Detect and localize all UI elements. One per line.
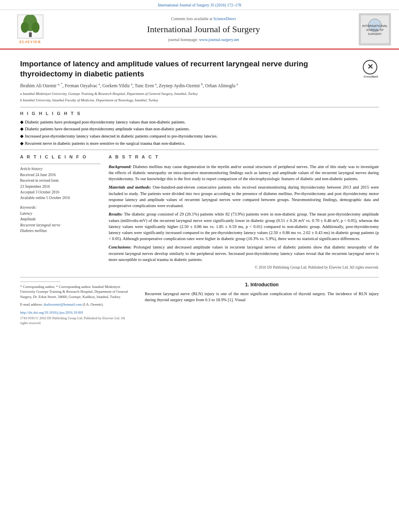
article-info-title: A R T I C L E I N F O (20, 154, 101, 160)
history-label: Article history: (20, 166, 101, 172)
copyright-line: © 2016 IJS Publishing Group Ltd. Publish… (109, 265, 379, 271)
keywords-label: Keywords: (20, 205, 101, 210)
author-sup-a: a, * (58, 82, 63, 86)
homepage-line: journal homepage: www.journal-surgery.ne… (52, 37, 355, 43)
abstract-title: A B S T R A C T (109, 154, 379, 160)
svg-text:INTERNATIONAL: INTERNATIONAL (362, 24, 388, 28)
article-title-block: Importance of latency and amplitude valu… (20, 59, 379, 79)
homepage-link[interactable]: www.journal-surgery.net (199, 37, 239, 42)
keywords-section: Keywords: Latency Amplitude Recurrent la… (20, 205, 101, 234)
available-date: Available online 5 October 2016 (20, 195, 101, 201)
highlight-item-2: ◆ Diabetic patients have decreased post-… (20, 126, 379, 132)
highlight-item-3: ◆ Increased post-thyroidectomy latency v… (20, 134, 379, 140)
footnotes-column: * Corresponding author. * Corresponding … (20, 281, 133, 326)
article-title-text: Importance of latency and amplitude valu… (20, 59, 359, 79)
two-column-layout: A R T I C L E I N F O Article history: R… (20, 154, 379, 270)
elsevier-logo: ELSEVIER (8, 14, 52, 45)
abstract-text: Background: Diabetes mellitus may cause … (109, 164, 379, 271)
star-icon: * (20, 285, 23, 289)
conclusions-label: Conclusions: (109, 245, 132, 249)
revised-date: 23 September 2016 (20, 184, 101, 189)
svg-text:JOURNAL OF: JOURNAL OF (366, 29, 384, 31)
affiliations-block: a Istanbul Medeniyet University, Goztepe… (20, 91, 379, 103)
crossmark-badge: ✕ CrossMark (363, 60, 379, 78)
info-divider (20, 164, 101, 164)
elsevier-name: ELSEVIER (19, 39, 41, 45)
email-label: E-mail address: (20, 302, 43, 306)
affiliation-a: a Istanbul Medeniyet University, Goztepe… (20, 91, 379, 97)
journal-cover-image: INTERNATIONAL JOURNAL OF SURGERY (359, 13, 391, 45)
svg-text:SURGERY: SURGERY (368, 33, 382, 35)
journal-cover-svg: INTERNATIONAL JOURNAL OF SURGERY (360, 14, 390, 45)
svg-point-3 (21, 22, 28, 33)
author-sup-b: b (201, 82, 203, 86)
background-text: Diabetes mellitus may cause degeneration… (109, 164, 379, 181)
divider-2 (20, 150, 379, 150)
author-sup-a5: a (237, 82, 238, 86)
journal-header-bar: International Journal of Surgery 35 (201… (0, 0, 399, 10)
keyword-1: Latency (20, 211, 101, 216)
doi-link[interactable]: http://dx.doi.org/10.1016/j.ijsu.2016.10… (20, 310, 84, 314)
introduction-column: 1. Introduction Recurrent laryngeal nerv… (145, 281, 379, 326)
bullet-icon-1: ◆ (20, 119, 23, 125)
intro-text: Recurrent laryngeal nerve (RLN) injury i… (145, 291, 379, 303)
crossmark-label: CrossMark (363, 75, 379, 78)
issn-line: 1743-9191/© 2016 IJS Publishing Group Lt… (20, 316, 133, 326)
authors-line: Ibrahim Ali Ozemir a, *, Ferman Ozyalvac… (20, 82, 379, 89)
keyword-3: Recurrent laryngeal nerve (20, 223, 101, 228)
background-label: Background: (109, 164, 132, 169)
intro-heading: 1. Introduction (145, 281, 379, 288)
mm-label: Materials and methods: (109, 185, 151, 189)
elsevier-logo-container: ELSEVIER (8, 14, 52, 45)
highlight-item-1: ◆ Diabetic patients have prolonged post-… (20, 119, 379, 125)
bullet-icon-2: ◆ (20, 126, 23, 132)
elsevier-tree-icon (17, 14, 43, 39)
highlights-title: H I G H L I G H T S (20, 111, 379, 117)
results-text: The diabetic group consisted of 29 (26.1… (109, 212, 379, 241)
svg-point-4 (31, 22, 39, 33)
abstract-mm: Materials and methods: One-hundred-and-e… (109, 184, 379, 209)
journal-citation: International Journal of Surgery 35 (201… (158, 3, 241, 7)
received-date: Received 24 June 2016 (20, 173, 101, 178)
results-label: Results: (109, 212, 123, 216)
email-link[interactable]: draliozemir@hotmail.com (43, 302, 82, 306)
sciencedirect-link[interactable]: ScienceDirect (213, 16, 236, 21)
contents-line: Contents lists available at ScienceDirec… (52, 16, 355, 22)
corresponding-text: author. (45, 285, 56, 289)
abstract-background: Background: Diabetes mellitus may cause … (109, 164, 379, 182)
keyword-4: Diabetes mellitus (20, 228, 101, 234)
crossmark-icon: ✕ (363, 60, 377, 74)
bullet-icon-4: ◆ (20, 141, 23, 147)
footnote-separator (20, 281, 60, 282)
author-sup-a2: a (99, 82, 100, 86)
corresponding-author-note: * Corresponding author. * Corresponding … (20, 284, 133, 300)
author-sup-a3: a (131, 82, 133, 86)
accepted-date: Accepted 3 October 2016 (20, 190, 101, 195)
doi-line: http://dx.doi.org/10.1016/j.ijsu.2016.10… (20, 310, 133, 315)
revised-label: Received in revised form (20, 178, 101, 183)
bullet-icon-3: ◆ (20, 134, 23, 140)
journal-title: International Journal of Surgery (52, 23, 355, 36)
bottom-section: * Corresponding author. * Corresponding … (20, 277, 379, 326)
affiliation-b: b Istanbul University, Istanbul Faculty … (20, 98, 379, 103)
keyword-2: Amplitude (20, 217, 101, 222)
article-info-column: A R T I C L E I N F O Article history: R… (20, 154, 101, 270)
bottom-two-col: * Corresponding author. * Corresponding … (20, 281, 379, 326)
svg-rect-1 (29, 32, 32, 37)
abstract-conclusions: Conclusions: Prolonged latency and decre… (109, 244, 379, 263)
main-content: Importance of latency and amplitude valu… (0, 49, 399, 330)
journal-info-center: Contents lists available at ScienceDirec… (52, 16, 355, 43)
author-sup-a4: a (155, 82, 156, 86)
email-line: E-mail address: draliozemir@hotmail.com … (20, 302, 133, 307)
abstract-column: A B S T R A C T Background: Diabetes mel… (109, 154, 379, 270)
journal-header: ELSEVIER Contents lists available at Sci… (0, 10, 399, 49)
corresponding-label: Corresponding (23, 285, 45, 289)
highlights-section: H I G H L I G H T S ◆ Diabetic patients … (20, 111, 379, 146)
abstract-results: Results: The diabetic group consisted of… (109, 211, 379, 242)
journal-cover-logo: INTERNATIONAL JOURNAL OF SURGERY (355, 13, 391, 45)
email-suffix: (I.A. Ozemir). (83, 302, 103, 306)
divider-1 (20, 107, 379, 107)
highlight-item-4: ◆ Recurrent nerve in diabetic patients i… (20, 141, 379, 147)
conclusions-text: Prolonged latency and decreased amplitud… (109, 245, 379, 261)
